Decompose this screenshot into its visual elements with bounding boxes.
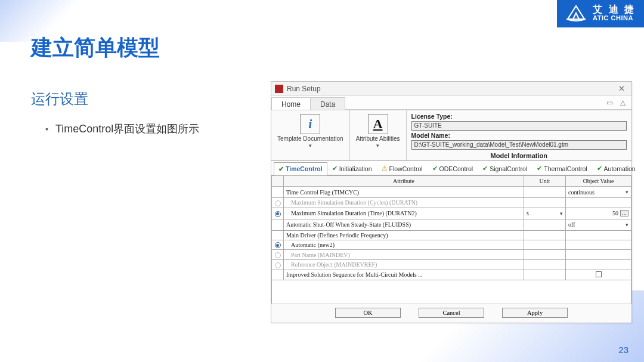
unit-cell bbox=[524, 198, 566, 208]
check-icon: ✔ bbox=[537, 165, 542, 172]
table-row[interactable]: Improved Solution Sequence for Multi-Cir… bbox=[272, 270, 631, 280]
radio-option[interactable] bbox=[275, 262, 281, 268]
attribute-label: Maximum Simulation Duration (Time) (DURA… bbox=[284, 208, 524, 219]
table-row[interactable]: Automatic (new2) bbox=[272, 240, 631, 250]
model-name-label: Model Name: bbox=[411, 132, 465, 139]
window-restore-icon[interactable]: ▭ bbox=[606, 98, 613, 107]
inner-tab-label: Automation bbox=[604, 165, 636, 172]
inner-tab-label: SignalControl bbox=[490, 165, 527, 172]
model-name-field[interactable]: D:\GT-SUITE_working_data\Model_Test\NewM… bbox=[411, 140, 627, 150]
value-cell[interactable]: continuous▾ bbox=[566, 187, 631, 198]
apply-button[interactable]: Apply bbox=[502, 308, 568, 318]
table-row[interactable]: Time Control Flag (TIMCYC)continuous▾ bbox=[272, 187, 631, 198]
ribbon-group-template-doc[interactable]: i Template Documentation ▾ bbox=[271, 110, 350, 160]
radio-option[interactable] bbox=[275, 252, 281, 258]
unit-cell bbox=[524, 187, 566, 198]
close-icon[interactable]: ✕ bbox=[615, 84, 628, 93]
unit-cell bbox=[524, 219, 566, 230]
inner-tab-timecontrol[interactable]: ✔TimeControl bbox=[274, 162, 327, 175]
attribute-label: Maximum Simulation Duration (Cycles) (DU… bbox=[284, 198, 524, 208]
attribute-label: Automatic Shut-Off When Steady-State (FL… bbox=[284, 219, 524, 230]
check-icon: ✔ bbox=[278, 165, 284, 173]
unit-cell bbox=[524, 250, 566, 260]
attribute-label: Reference Object (MAINDEVREF) bbox=[284, 260, 524, 270]
inner-tab-automation[interactable]: ✔Automation bbox=[592, 162, 640, 175]
table-row[interactable]: Main Driver (Defines Periodic Frequency) bbox=[272, 230, 631, 240]
inner-tab-label: ODEControl bbox=[439, 165, 473, 172]
inner-tab-label: Initialization bbox=[339, 165, 372, 172]
app-icon bbox=[275, 85, 283, 93]
table-row[interactable]: Reference Object (MAINDEVREF) bbox=[272, 260, 631, 270]
slide-page-number: 23 bbox=[618, 345, 628, 355]
model-information-label: Model Information bbox=[411, 152, 627, 159]
tab-data[interactable]: Data bbox=[310, 97, 345, 110]
attribute-tabbar: ✔TimeControl✔Initialization⚠FlowControl✔… bbox=[271, 161, 631, 175]
inner-tab-signalcontrol[interactable]: ✔SignalControl bbox=[478, 162, 532, 175]
radio-option[interactable] bbox=[275, 211, 281, 217]
table-empty-area bbox=[271, 280, 631, 304]
table-row[interactable]: Part Name (MAINDEV) bbox=[272, 250, 631, 260]
attribute-label: Main Driver (Defines Periodic Frequency) bbox=[284, 230, 524, 240]
slide-bullet-text: TimeControl界面设置如图所示 bbox=[55, 122, 199, 136]
value-cell[interactable] bbox=[566, 240, 631, 250]
inner-tab-label: TimeControl bbox=[286, 165, 323, 172]
slide-subtitle: 运行设置 bbox=[31, 89, 88, 109]
chevron-down-icon[interactable]: ▾ bbox=[309, 143, 312, 148]
attribute-table: Attribute Unit Object Value Time Control… bbox=[271, 175, 631, 280]
info-icon: i bbox=[300, 114, 320, 134]
license-type-label: License Type: bbox=[411, 113, 465, 120]
inner-tab-label: ThermalControl bbox=[544, 165, 587, 172]
column-header-unit: Unit bbox=[524, 176, 566, 187]
value-cell[interactable] bbox=[566, 198, 631, 208]
inner-tab-thermalcontrol[interactable]: ✔ThermalControl bbox=[532, 162, 592, 175]
value-cell[interactable]: 50… bbox=[566, 208, 631, 219]
inner-tab-flowcontrol[interactable]: ⚠FlowControl bbox=[377, 162, 428, 175]
column-header-attribute: Attribute bbox=[284, 176, 524, 187]
column-header-value: Object Value bbox=[566, 176, 631, 187]
table-row[interactable]: Maximum Simulation Duration (Time) (DURA… bbox=[272, 208, 631, 219]
attribute-label: Time Control Flag (TIMCYC) bbox=[284, 187, 524, 198]
tab-home[interactable]: Home bbox=[271, 97, 311, 110]
run-setup-window: Run Setup ✕ Home Data ▭ △ i Template Doc… bbox=[271, 81, 632, 323]
value-cell[interactable] bbox=[566, 260, 631, 270]
value-cell[interactable] bbox=[566, 230, 631, 240]
value-cell[interactable] bbox=[566, 250, 631, 260]
inner-tab-odecontrol[interactable]: ✔ODEControl bbox=[428, 162, 478, 175]
radio-option[interactable] bbox=[275, 242, 281, 248]
brand-name-en: ATIC CHINA bbox=[593, 15, 636, 22]
ribbon-model-info: License Type: GT-SUITE Model Name: D:\GT… bbox=[407, 110, 631, 160]
radio-option[interactable] bbox=[275, 200, 281, 206]
bullet-marker-icon: ▪ bbox=[45, 124, 48, 134]
unit-cell bbox=[524, 260, 566, 270]
chevron-down-icon[interactable]: ▾ bbox=[376, 143, 379, 148]
table-row[interactable]: Automatic Shut-Off When Steady-State (FL… bbox=[272, 219, 631, 230]
cancel-button[interactable]: Cancel bbox=[419, 308, 484, 318]
window-collapse-icon[interactable]: △ bbox=[620, 98, 626, 107]
license-type-field[interactable]: GT-SUITE bbox=[411, 121, 627, 131]
attribute-label: Improved Solution Sequence for Multi-Cir… bbox=[284, 270, 524, 280]
chevron-down-icon: ▾ bbox=[560, 211, 563, 216]
ok-button[interactable]: OK bbox=[335, 308, 401, 318]
value-cell[interactable]: off▾ bbox=[566, 219, 631, 230]
unit-cell bbox=[524, 230, 566, 240]
dialog-button-bar: OK Cancel Apply bbox=[271, 304, 631, 323]
table-row[interactable]: Maximum Simulation Duration (Cycles) (DU… bbox=[272, 198, 631, 208]
chevron-down-icon: ▾ bbox=[626, 189, 628, 195]
check-icon: ✔ bbox=[482, 165, 488, 172]
warning-icon: ⚠ bbox=[382, 165, 388, 172]
check-icon: ✔ bbox=[332, 165, 338, 172]
brand-banner: 艾 迪 捷 ATIC CHINA bbox=[557, 0, 644, 27]
ellipsis-button[interactable]: … bbox=[620, 210, 628, 216]
unit-cell[interactable]: s▾ bbox=[524, 208, 566, 219]
ribbon-group-attribute-abilities[interactable]: A Attribute Abilities ▾ bbox=[350, 110, 407, 160]
chevron-down-icon: ▾ bbox=[626, 222, 628, 228]
attribute-table-wrap: Attribute Unit Object Value Time Control… bbox=[271, 175, 631, 304]
window-titlebar[interactable]: Run Setup ✕ bbox=[271, 82, 631, 96]
inner-tab-initialization[interactable]: ✔Initialization bbox=[327, 162, 377, 175]
slide-bullet: ▪ TimeControl界面设置如图所示 bbox=[45, 122, 199, 136]
slide-title: 建立简单模型 bbox=[31, 33, 160, 63]
value-cell[interactable] bbox=[566, 270, 631, 280]
check-icon: ✔ bbox=[597, 165, 602, 172]
attribute-label: Automatic (new2) bbox=[284, 240, 524, 250]
checkbox[interactable] bbox=[596, 271, 602, 277]
